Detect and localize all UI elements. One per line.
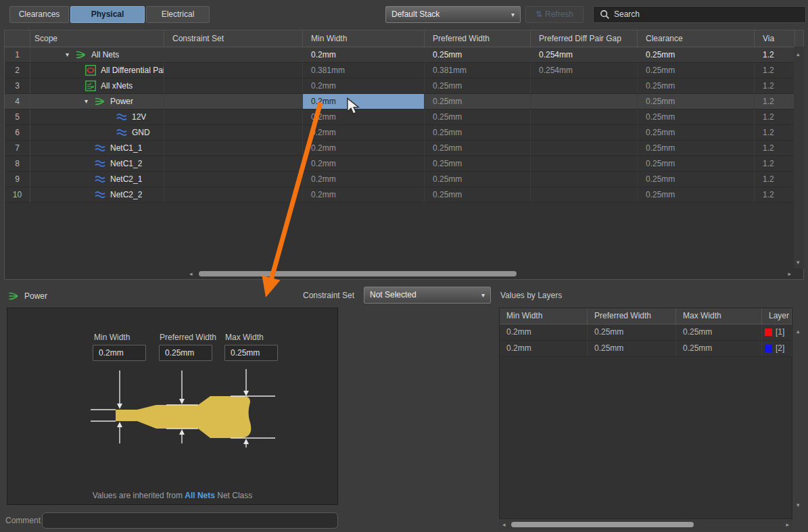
cell-via[interactable]: 1.2	[755, 187, 795, 203]
net-row-all-differential-pairs[interactable]: 2All Differential Pairs0.381mm0.381mm0.2…	[5, 63, 803, 78]
cell-constraint-set[interactable]	[164, 94, 303, 110]
cell-clearance[interactable]: 0.25mm	[638, 172, 755, 187]
layer-cell-preferred-width[interactable]: 0.25mm	[588, 324, 676, 341]
row-number[interactable]: 9	[5, 172, 30, 187]
layer-row-2[interactable]: 0.2mm0.25mm0.25mm[2]	[500, 341, 792, 357]
layer-stack-select[interactable]: Default Stack ▾	[385, 6, 521, 23]
cell-min-width[interactable]: 0.2mm	[303, 110, 425, 125]
layer-row-1[interactable]: 0.2mm0.25mm0.25mm[1]	[500, 324, 792, 341]
layer-cell-min-width[interactable]: 0.2mm	[500, 324, 588, 341]
net-row-all-xnets[interactable]: 3All xNets0.2mm0.25mm0.25mm1.2	[5, 78, 803, 94]
layers-column-header-layer[interactable]: Layer	[762, 308, 792, 324]
net-row-netc1-2[interactable]: 8NetC1_20.2mm0.25mm0.25mm1.2	[5, 156, 803, 172]
cell-constraint-set[interactable]	[164, 78, 303, 94]
cell-clearance[interactable]: 0.25mm	[638, 187, 755, 203]
layer-cell-min-width[interactable]: 0.2mm	[500, 341, 588, 357]
cell-preferred-width[interactable]: 0.381mm	[425, 63, 531, 78]
cell-via[interactable]: 1.2	[755, 78, 795, 94]
row-number[interactable]: 6	[5, 125, 30, 141]
net-row-netc2-1[interactable]: 9NetC2_10.2mm0.25mm0.25mm1.2	[5, 172, 803, 187]
refresh-button[interactable]: ⇅Refresh	[525, 6, 584, 23]
scope-cell-netc2-2[interactable]: NetC2_2	[30, 187, 164, 203]
cell-min-width[interactable]: 0.2mm	[303, 141, 425, 156]
cell-preferred-width[interactable]: 0.25mm	[425, 172, 531, 187]
scope-cell-netc1-2[interactable]: NetC1_2	[30, 156, 164, 172]
horizontal-scroll-thumb[interactable]	[199, 271, 517, 276]
cell-preferred-width[interactable]: 0.25mm	[425, 141, 531, 156]
cell-min-width[interactable]: 0.2mm	[303, 47, 425, 63]
layer-cell-layer[interactable]: [2]	[762, 341, 792, 357]
column-header-preferred-width[interactable]: Preferred Width	[425, 30, 531, 47]
cell-min-width[interactable]: 0.2mm	[303, 78, 425, 94]
comment-input[interactable]	[42, 512, 338, 529]
row-number[interactable]: 4	[5, 94, 30, 110]
column-header-clearance[interactable]: Clearance	[638, 30, 755, 47]
layers-vertical-scrollbar[interactable]: ▴ ▾	[794, 308, 805, 519]
cell-preferred-width[interactable]: 0.25mm	[425, 78, 531, 94]
cell-clearance[interactable]: 0.25mm	[638, 110, 755, 125]
cell-preferred-diff-pair-gap[interactable]	[531, 94, 638, 110]
cell-clearance[interactable]: 0.25mm	[638, 141, 755, 156]
cell-preferred-diff-pair-gap[interactable]: 0.254mm	[531, 63, 638, 78]
cell-preferred-diff-pair-gap[interactable]	[531, 156, 638, 172]
scope-cell-power[interactable]: ▾Power	[30, 94, 164, 110]
cell-preferred-diff-pair-gap[interactable]	[531, 187, 638, 203]
scroll-right-icon[interactable]: ▸	[788, 269, 791, 279]
column-header-preferred-diff-pair-gap[interactable]: Preferred Diff Pair Gap	[531, 30, 638, 47]
scope-cell-netc2-1[interactable]: NetC2_1	[30, 172, 164, 187]
cell-constraint-set[interactable]	[164, 110, 303, 125]
scroll-up-icon[interactable]: ▴	[797, 327, 800, 336]
layer-cell-layer[interactable]: [1]	[762, 324, 792, 341]
cell-preferred-diff-pair-gap[interactable]	[531, 172, 638, 187]
row-number[interactable]: 1	[5, 47, 30, 63]
row-number[interactable]: 10	[5, 187, 30, 203]
scope-cell-gnd[interactable]: GND	[30, 125, 164, 141]
layers-column-header-preferred-width[interactable]: Preferred Width	[588, 308, 676, 324]
layers-column-header-min-width[interactable]: Min Width	[500, 308, 588, 324]
row-number[interactable]: 5	[5, 110, 30, 125]
search-input[interactable]: Search	[593, 6, 806, 23]
scope-cell-all-differential-pairs[interactable]: All Differential Pairs	[30, 63, 164, 78]
cell-constraint-set[interactable]	[164, 187, 303, 203]
cell-via[interactable]: 1.2	[755, 47, 795, 63]
cell-preferred-diff-pair-gap[interactable]: 0.254mm	[531, 47, 638, 63]
column-header-via[interactable]: Via	[755, 30, 795, 47]
cell-via[interactable]: 1.2	[755, 110, 795, 125]
cell-via[interactable]: 1.2	[755, 94, 795, 110]
cell-preferred-width[interactable]: 0.25mm	[425, 110, 531, 125]
net-row-netc1-1[interactable]: 7NetC1_10.2mm0.25mm0.25mm1.2	[5, 141, 803, 156]
cell-via[interactable]: 1.2	[755, 63, 795, 78]
cell-clearance[interactable]: 0.25mm	[638, 156, 755, 172]
cell-clearance[interactable]: 0.25mm	[638, 63, 755, 78]
tab-physical[interactable]: Physical	[70, 6, 145, 23]
cell-via[interactable]: 1.2	[755, 172, 795, 187]
cell-constraint-set[interactable]	[164, 63, 303, 78]
net-row-netc2-2[interactable]: 10NetC2_20.2mm0.25mm0.25mm1.2	[5, 187, 803, 203]
cell-preferred-diff-pair-gap[interactable]	[531, 78, 638, 94]
column-header-min-width[interactable]: Min Width	[303, 30, 425, 47]
constraint-set-select[interactable]: Not Selected ▾	[364, 287, 491, 304]
layers-horizontal-scrollbar[interactable]: ◂ ▸	[499, 520, 792, 530]
cell-min-width[interactable]: 0.2mm	[303, 156, 425, 172]
cell-via[interactable]: 1.2	[755, 125, 795, 141]
cell-constraint-set[interactable]	[164, 125, 303, 141]
scroll-right-icon[interactable]: ▸	[786, 520, 789, 529]
cell-preferred-width[interactable]: 0.25mm	[425, 156, 531, 172]
net-row-gnd[interactable]: 6GND0.2mm0.25mm0.25mm1.2	[5, 125, 803, 141]
table-horizontal-scrollbar[interactable]: ◂ ▸	[187, 269, 794, 279]
expand-arrow-icon[interactable]: ▾	[85, 94, 94, 109]
row-number[interactable]: 3	[5, 78, 30, 94]
cell-preferred-diff-pair-gap[interactable]	[531, 125, 638, 141]
table-vertical-scrollbar[interactable]: ▴ ▾	[794, 47, 804, 268]
cell-preferred-diff-pair-gap[interactable]	[531, 110, 638, 125]
cell-via[interactable]: 1.2	[755, 141, 795, 156]
cell-constraint-set[interactable]	[164, 141, 303, 156]
scroll-down-icon[interactable]: ▾	[797, 500, 800, 510]
cell-preferred-diff-pair-gap[interactable]	[531, 141, 638, 156]
scope-cell-netc1-1[interactable]: NetC1_1	[30, 141, 164, 156]
column-header-scope[interactable]: Scope	[30, 30, 164, 47]
scroll-up-icon[interactable]: ▴	[797, 49, 800, 59]
tab-clearances[interactable]: Clearances	[9, 6, 69, 23]
scope-cell-all-xnets[interactable]: All xNets	[30, 78, 164, 94]
net-row-all-nets[interactable]: 1▾All Nets0.2mm0.25mm0.254mm0.25mm1.2	[5, 47, 803, 63]
